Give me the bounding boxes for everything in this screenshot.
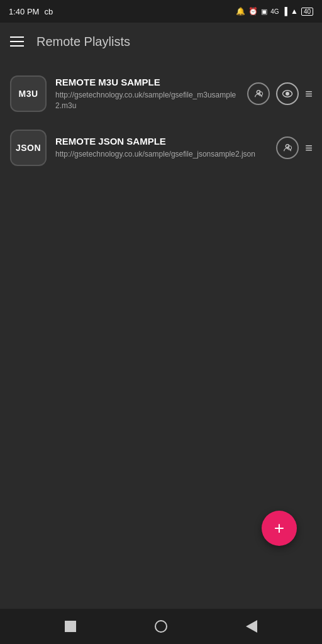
- carrier-display: cb: [44, 7, 53, 16]
- playlist-actions-json: ≡: [276, 136, 312, 159]
- playlist-url-json: http://gsetechnology.co.uk/sample/gsefil…: [55, 149, 267, 160]
- menu-icon-json[interactable]: ≡: [305, 141, 312, 155]
- time-display: 1:40 PM: [9, 7, 39, 16]
- user-icon-button-json[interactable]: [276, 136, 299, 159]
- playlist-url-m3u: http://gsetechnology.co.uk/sample/gsefil…: [55, 90, 238, 111]
- status-bar: 1:40 PM cb 🔔 ⏰ ▣ 4G ▐ ▲ 40: [0, 0, 322, 23]
- battery-icon: 40: [301, 8, 313, 16]
- home-icon: [155, 620, 167, 633]
- menu-icon-m3u[interactable]: ≡: [305, 87, 312, 101]
- user-icon-button-m3u[interactable]: +: [247, 82, 270, 105]
- vol-icon: ▣: [261, 8, 267, 16]
- svg-text:+: +: [260, 92, 262, 96]
- app-bar: Remote Playlists: [0, 23, 322, 60]
- playlist-info-json: REMOTE JSON SAMPLE http://gsetechnology.…: [55, 136, 267, 160]
- playlist-icon-m3u: M3U: [10, 75, 47, 112]
- stop-button[interactable]: [63, 619, 78, 634]
- playlist-info-m3u: REMOTE M3U SAMPLE http://gsetechnology.c…: [55, 77, 238, 111]
- playlist-item-m3u: M3U REMOTE M3U SAMPLE http://gsetechnolo…: [0, 67, 322, 121]
- home-button[interactable]: [153, 619, 169, 634]
- status-bar-left: 1:40 PM cb: [9, 7, 53, 16]
- status-bar-right: 🔔 ⏰ ▣ 4G ▐ ▲ 40: [236, 7, 313, 16]
- back-icon: [246, 620, 257, 633]
- playlist-name-m3u: REMOTE M3U SAMPLE: [55, 77, 238, 87]
- playlist-actions-m3u: + ≡: [247, 82, 312, 105]
- back-button[interactable]: [244, 619, 259, 634]
- signal-icon: ▐: [282, 7, 287, 16]
- alarm-icon: 🔔: [236, 7, 245, 16]
- clock-icon: ⏰: [248, 7, 258, 16]
- bottom-nav: [0, 609, 322, 644]
- eye-icon-button-m3u[interactable]: [276, 82, 299, 105]
- add-playlist-fab[interactable]: +: [262, 511, 297, 546]
- svg-point-4: [286, 92, 289, 96]
- playlist-name-json: REMOTE JSON SAMPLE: [55, 136, 267, 147]
- page-title: Remote Playlists: [36, 35, 130, 49]
- page-wrapper: M3U REMOTE M3U SAMPLE http://gsetechnolo…: [0, 60, 322, 609]
- playlist-icon-json: JSON: [10, 130, 47, 166]
- 4g-icon: 4G: [270, 8, 279, 15]
- hamburger-menu-button[interactable]: [10, 36, 24, 47]
- wifi-icon: ▲: [291, 7, 298, 16]
- playlist-item-json: JSON REMOTE JSON SAMPLE http://gsetechno…: [0, 121, 322, 175]
- stop-icon: [65, 621, 76, 632]
